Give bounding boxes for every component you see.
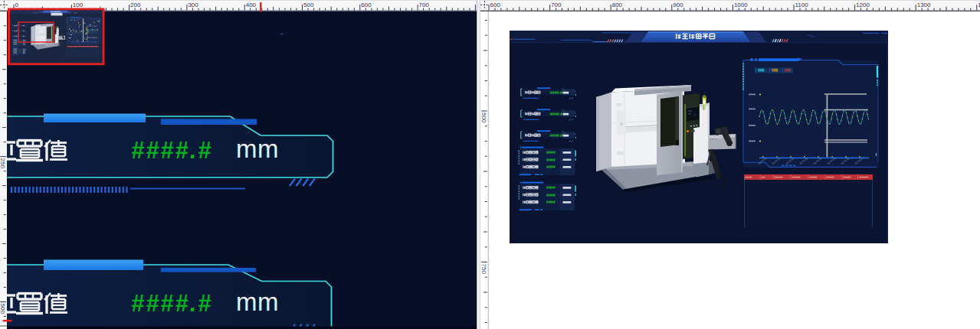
svg-text:100: 100 <box>73 2 84 8</box>
svg-text:400: 400 <box>246 2 257 8</box>
svg-text:500: 500 <box>0 304 6 314</box>
svg-text:1300: 1300 <box>917 2 931 8</box>
svg-text:250: 250 <box>0 158 6 169</box>
svg-text:1200: 1200 <box>856 2 870 8</box>
svg-text:750: 750 <box>480 264 487 275</box>
svg-text:500: 500 <box>303 2 314 8</box>
svg-text:600: 600 <box>361 2 372 8</box>
svg-text:200: 200 <box>130 2 141 8</box>
svg-text:1000: 1000 <box>734 2 748 8</box>
svg-text:700: 700 <box>419 2 430 8</box>
svg-text:####.#: ####.# <box>131 137 213 163</box>
svg-text:600: 600 <box>490 2 501 8</box>
svg-text:700: 700 <box>551 2 562 8</box>
svg-text:mm: mm <box>236 135 279 163</box>
svg-text:800: 800 <box>612 2 623 8</box>
svg-text:500: 500 <box>480 112 487 123</box>
svg-text:mm: mm <box>236 288 279 316</box>
svg-text:300: 300 <box>188 2 198 8</box>
svg-text:1100: 1100 <box>795 2 809 8</box>
svg-text:####.#: ####.# <box>131 290 213 316</box>
svg-text:0: 0 <box>15 2 19 8</box>
svg-text:900: 900 <box>673 2 683 8</box>
